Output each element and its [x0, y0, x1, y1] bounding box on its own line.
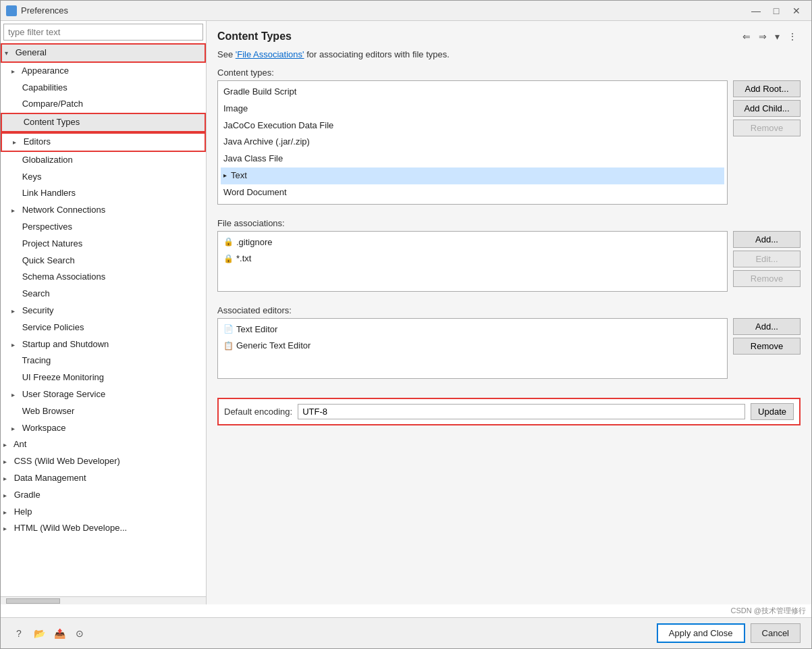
sidebar-item-data-mgmt[interactable]: Data Management	[1, 470, 206, 487]
sidebar-item-keys[interactable]: Keys	[1, 169, 206, 186]
add-editor-button[interactable]: Add...	[733, 318, 801, 335]
list-item[interactable]: Java Class File	[221, 151, 724, 167]
update-button[interactable]: Update	[751, 403, 794, 420]
item-label: Java Archive (.jar/.zip)	[223, 135, 310, 149]
add-root-button[interactable]: Add Root...	[733, 80, 801, 97]
file-associations-link[interactable]: 'File Associations'	[236, 49, 304, 59]
list-item[interactable]: Gradle Build Script	[221, 84, 724, 101]
sidebar-item-content-types[interactable]: Content Types	[1, 113, 206, 132]
list-item-gitignore[interactable]: 🔒 .gitignore	[221, 234, 724, 251]
item-label: Word Document	[223, 186, 287, 200]
add-child-button[interactable]: Add Child...	[733, 100, 801, 117]
lock-icon: 🔒	[223, 253, 234, 265]
expand-gradle-icon	[3, 490, 11, 501]
minimize-button[interactable]: —	[747, 4, 765, 18]
sidebar-item-startup-shutdown[interactable]: Startup and Shutdown	[1, 336, 206, 353]
tree-container: General Appearance Capabilities Compare/…	[1, 43, 206, 596]
add-assoc-button[interactable]: Add...	[733, 231, 801, 248]
sidebar-item-capabilities[interactable]: Capabilities	[1, 80, 206, 97]
sidebar-item-network-connections[interactable]: Network Connections	[1, 202, 206, 219]
filter-input[interactable]	[3, 24, 203, 41]
expand-help-icon	[3, 507, 11, 518]
item-label: *.txt	[236, 252, 251, 266]
nav-more-button[interactable]: ⋮	[784, 29, 801, 44]
expand-css-icon	[3, 457, 11, 467]
edit-assoc-button[interactable]: Edit...	[733, 251, 801, 267]
sidebar-item-link-handlers[interactable]: Link Handlers	[1, 185, 206, 202]
remove-content-type-button[interactable]: Remove	[733, 120, 801, 136]
nav-menu-button[interactable]: ▾	[772, 29, 783, 44]
editors-list-wrapper: 📄 Text Editor 📋 Generic Text Editor	[217, 318, 728, 384]
sidebar-item-help[interactable]: Help	[1, 504, 206, 521]
expand-editors-icon	[13, 137, 21, 148]
content-types-listbox[interactable]: Gradle Build Script Image JaCoCo Executi…	[217, 80, 728, 205]
sidebar-item-security[interactable]: Security	[1, 303, 206, 319]
content-types-area: Gradle Build Script Image JaCoCo Executi…	[217, 80, 801, 210]
import-icon[interactable]: 📂	[32, 626, 47, 641]
item-label: Image	[223, 102, 248, 116]
lock-icon: 🔒	[223, 236, 234, 249]
sidebar-item-globalization[interactable]: Globalization	[1, 152, 206, 169]
sidebar-item-ant[interactable]: Ant	[1, 436, 206, 453]
close-button[interactable]: ✕	[787, 4, 806, 18]
content-types-list-wrapper: Gradle Build Script Image JaCoCo Executi…	[217, 80, 728, 210]
sidebar-item-service-policies[interactable]: Service Policies	[1, 319, 206, 336]
list-item[interactable]: JaCoCo Execution Data File	[221, 118, 724, 134]
main-content: General Appearance Capabilities Compare/…	[1, 21, 811, 604]
editor-buttons: Add... Remove	[733, 318, 801, 355]
file-associations-area: 🔒 .gitignore 🔒 *.txt Add... Edit... Remo…	[217, 231, 801, 297]
sidebar-item-general[interactable]: General	[1, 43, 206, 63]
expand-ant-icon	[3, 440, 11, 450]
expand-security-icon	[11, 306, 20, 317]
nav-buttons: ⇐ ⇒ ▾ ⋮	[739, 29, 801, 44]
sidebar-item-project-natures[interactable]: Project Natures	[1, 236, 206, 253]
sidebar-item-gradle[interactable]: Gradle	[1, 487, 206, 504]
horizontal-scrollbar[interactable]	[1, 596, 206, 604]
sidebar-item-quick-search[interactable]: Quick Search	[1, 253, 206, 269]
file-associations-label: File associations:	[217, 218, 801, 228]
list-item[interactable]: Image	[221, 101, 724, 118]
title-bar: Preferences — □ ✕	[1, 1, 811, 21]
sidebar-item-appearance[interactable]: Appearance	[1, 63, 206, 80]
sidebar-item-web-browser[interactable]: Web Browser	[1, 403, 206, 420]
sidebar-item-ui-freeze[interactable]: UI Freeze Monitoring	[1, 369, 206, 386]
sidebar-item-tracing[interactable]: Tracing	[1, 353, 206, 369]
sidebar-item-workspace[interactable]: Workspace	[1, 420, 206, 437]
item-label: .gitignore	[236, 236, 272, 250]
sidebar-item-editors[interactable]: Editors	[1, 132, 206, 152]
sidebar-item-html[interactable]: HTML (Wild Web Develope...	[1, 520, 206, 537]
sidebar-item-schema-associations[interactable]: Schema Associations	[1, 269, 206, 286]
encoding-input[interactable]	[298, 404, 745, 419]
list-item[interactable]: Word Document	[221, 184, 724, 201]
sidebar-item-compare-patch[interactable]: Compare/Patch	[1, 96, 206, 113]
file-associations-listbox[interactable]: 🔒 .gitignore 🔒 *.txt	[217, 231, 728, 292]
editor-icon: 📄	[223, 323, 234, 336]
restore-icon[interactable]: ⊙	[72, 626, 87, 641]
expand-workspace-icon	[11, 423, 20, 434]
item-label: Generic Text Editor	[236, 339, 310, 353]
list-item[interactable]: Java Archive (.jar/.zip)	[221, 134, 724, 151]
editors-listbox[interactable]: 📄 Text Editor 📋 Generic Text Editor	[217, 318, 728, 379]
expand-user-storage-icon	[11, 390, 20, 400]
list-item-generic-text-editor[interactable]: 📋 Generic Text Editor	[221, 338, 724, 355]
nav-forward-button[interactable]: ⇒	[755, 29, 770, 44]
window-title: Preferences	[21, 5, 747, 16]
sidebar-item-user-storage[interactable]: User Storage Service	[1, 386, 206, 403]
nav-back-button[interactable]: ⇐	[739, 29, 754, 44]
sidebar-item-perspectives[interactable]: Perspectives	[1, 219, 206, 236]
remove-editor-button[interactable]: Remove	[733, 338, 801, 355]
remove-assoc-button[interactable]: Remove	[733, 270, 801, 287]
sidebar-item-search[interactable]: Search	[1, 286, 206, 303]
list-item-txt[interactable]: 🔒 *.txt	[221, 251, 724, 267]
export-icon[interactable]: 📤	[52, 626, 67, 641]
bottom-bar: ? 📂 📤 ⊙ Apply and Close Cancel	[1, 617, 811, 648]
associated-editors-label: Associated editors:	[217, 305, 801, 315]
list-item-text-editor[interactable]: 📄 Text Editor	[221, 321, 724, 338]
maximize-button[interactable]: □	[767, 4, 786, 18]
cancel-button[interactable]: Cancel	[751, 623, 801, 643]
help-icon[interactable]: ?	[11, 626, 26, 641]
sidebar-item-css[interactable]: CSS (Wild Web Developer)	[1, 453, 206, 470]
apply-and-close-button[interactable]: Apply and Close	[657, 623, 745, 643]
horiz-scroll-thumb[interactable]	[6, 598, 60, 604]
list-item-text[interactable]: ▸ Text	[221, 167, 724, 184]
